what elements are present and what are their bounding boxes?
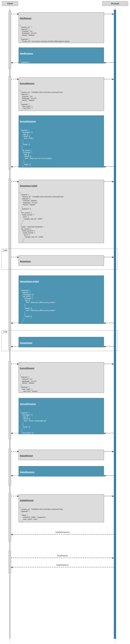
arrow-stop-request <box>11 558 114 558</box>
body-stream-in-init: { "request": { "session_id": "7405df53-c… <box>20 192 103 243</box>
box-update-request: UpdateRequest { "session_id": "7405df53-… <box>18 494 104 522</box>
box-exec2-request: ExecuteRequest { "selector": { "channel"… <box>18 362 104 393</box>
arrow-box-to-client-4 <box>11 346 18 346</box>
arrow-server-to-box-4 <box>104 346 114 346</box>
title-update-request: UpdateRequest <box>20 500 103 502</box>
arrow-box-to-client-6 <box>11 475 18 476</box>
arrow-client-to-box-2 <box>11 79 18 79</box>
activation-server <box>114 10 116 639</box>
arrow-box-to-server-6 <box>104 451 114 452</box>
body-exec2-request: { "selector": { "channel": "ivr", "langu… <box>20 374 103 393</box>
label-stop-request: StopRequest <box>11 555 114 557</box>
title-status-response: StatusResponse <box>20 471 103 473</box>
segment-status <box>8 448 11 486</box>
box-exec1-response: ExecuteResponse { "payload": { "messages… <box>18 116 104 168</box>
box-exec2-response: ExecuteResponse { "payload": { "messages… <box>18 398 104 434</box>
label-stop-response: StopResponse <box>11 564 114 566</box>
body-start-response: { "payload": { "session_id": "7405df53-c… <box>20 59 103 64</box>
arrow-client-to-box-7 <box>11 496 18 496</box>
box-stream-in-init: StreamInput (initial) { "request": { "se… <box>18 180 104 243</box>
arrow-server-to-box-3 <box>104 323 114 323</box>
participant-client: Client <box>2 1 18 6</box>
arrow-box-to-client-2 <box>11 166 18 167</box>
sequence-diagram: Client DLGaaS StartRequest { "session_id… <box>0 0 130 644</box>
body-exec1-response: { "payload": { "messages": [{ "nlg": [],… <box>20 127 103 168</box>
box-stream-in-loop: StreamInput "audio": audio bytes <box>18 255 104 266</box>
participant-server-label: DLGaaS <box>111 2 119 5</box>
arrow-client-to-box-6 <box>11 451 18 452</box>
title-stream-out-init: StreamOutput (initial) <box>20 280 103 283</box>
title-start-request: StartRequest <box>20 17 103 20</box>
segment-exec2 <box>8 361 11 439</box>
arrow-server-to-box-5 <box>104 433 114 433</box>
title-stream-out-loop: StreamOutput <box>20 342 103 344</box>
title-status-request: StatusRequest <box>20 455 103 457</box>
box-status-response: StatusResponse "session_remaining_sec": … <box>18 466 104 476</box>
title-exec2-response: ExecuteResponse <box>20 403 103 405</box>
title-exec1-request: ExecuteRequest <box>20 82 103 85</box>
loop-label-1: Loop <box>1 249 9 252</box>
arrow-box-to-server-4 <box>104 257 114 257</box>
box-status-request: StatusRequest "session_id": "7405df53-c6… <box>18 450 104 460</box>
box-exec1-request: ExecuteRequest { "session_id": "7405df53… <box>18 78 104 111</box>
arrow-server-to-box-1 <box>104 62 114 63</box>
segment-exec1 <box>8 76 11 170</box>
arrow-box-to-client-1 <box>11 62 18 63</box>
arrow-client-to-box-1 <box>11 14 18 14</box>
segment-start <box>8 11 11 69</box>
body-update-request: { "session_id": "7405df53-c603-4c05-b8ce… <box>20 506 103 522</box>
participant-client-label: Client <box>7 2 13 5</box>
title-exec1-response: ExecuteResponse <box>20 120 103 123</box>
body-stream-out-init: { "response": { "payload": { "messages":… <box>20 288 103 324</box>
box-stream-out-loop: StreamOutput "audio": audio bytes <box>18 337 104 347</box>
arrow-client-to-box-4 <box>11 257 18 257</box>
arrow-box-to-server-2 <box>104 79 114 79</box>
body-exec2-response: { "payload": { "messages": [{ "nlg": [],… <box>20 410 103 434</box>
arrow-box-to-server-7 <box>104 496 114 496</box>
arrow-box-to-client-5 <box>11 433 18 433</box>
arrow-box-to-server-5 <box>104 364 114 364</box>
participant-server: DLGaaS <box>102 1 128 6</box>
segment-update <box>8 493 11 542</box>
arrow-box-to-client-3 <box>11 323 18 323</box>
body-exec1-request: { "session_id": "7405df53-c603-4c05-b8ce… <box>20 89 103 111</box>
arrow-server-to-box-2 <box>104 166 114 167</box>
title-stream-in-init: StreamInput (initial) <box>20 185 103 187</box>
title-exec2-request: ExecuteRequest <box>20 367 103 370</box>
arrow-box-to-server-3 <box>104 181 114 182</box>
box-stream-out-init: StreamOutput (initial) { "response": { "… <box>18 276 104 324</box>
arrow-client-to-box-5 <box>11 364 18 364</box>
segment-stop <box>8 551 11 573</box>
title-stream-in-loop: StreamInput <box>20 260 103 263</box>
box-start-request: StartRequest { "session_id": "", "select… <box>18 12 104 43</box>
arrow-stop-response <box>11 567 114 567</box>
title-start-response: StartResponse <box>20 52 103 55</box>
loop-label-2: Loop <box>1 330 9 333</box>
label-update-response: UpdateResponse <box>11 531 114 533</box>
arrow-update-response <box>11 534 114 534</box>
box-start-response: StartResponse { "payload": { "session_id… <box>18 48 104 64</box>
body-start-request: { "session_id": "", "selector": { "chann… <box>20 24 103 43</box>
arrow-server-to-box-6 <box>104 475 114 476</box>
arrow-box-to-server-1 <box>104 14 114 14</box>
arrow-client-to-box-3 <box>11 181 18 182</box>
